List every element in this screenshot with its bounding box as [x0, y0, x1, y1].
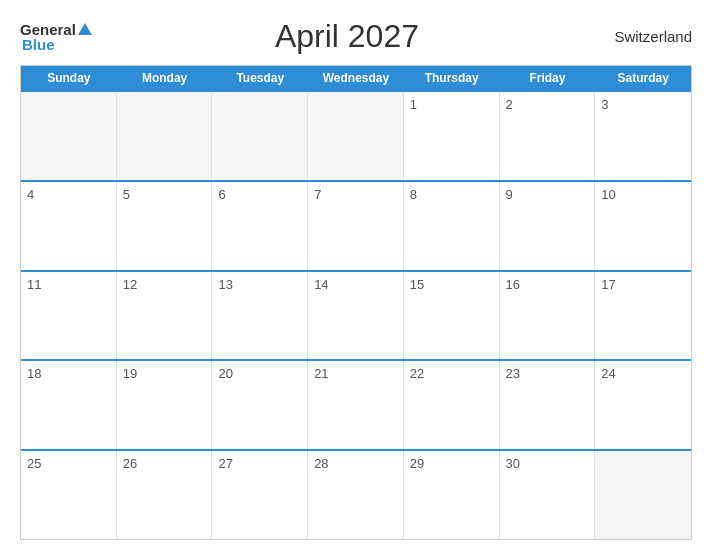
logo-general-text: General — [20, 22, 76, 37]
cal-cell: 5 — [117, 182, 213, 270]
day-number: 6 — [218, 187, 225, 202]
cal-cell: 4 — [21, 182, 117, 270]
week-1: 123 — [21, 90, 691, 180]
cal-cell — [308, 92, 404, 180]
logo: General Blue — [20, 22, 92, 52]
cal-cell: 14 — [308, 272, 404, 360]
day-number: 12 — [123, 277, 137, 292]
cal-cell — [212, 92, 308, 180]
day-number: 16 — [506, 277, 520, 292]
day-number: 3 — [601, 97, 608, 112]
day-number: 11 — [27, 277, 41, 292]
calendar-header: Sunday Monday Tuesday Wednesday Thursday… — [21, 66, 691, 90]
header-thursday: Thursday — [404, 66, 500, 90]
cal-cell: 27 — [212, 451, 308, 539]
country-label: Switzerland — [602, 28, 692, 45]
cal-cell: 8 — [404, 182, 500, 270]
day-number: 22 — [410, 366, 424, 381]
header-friday: Friday — [500, 66, 596, 90]
cal-cell: 18 — [21, 361, 117, 449]
day-number: 8 — [410, 187, 417, 202]
calendar: Sunday Monday Tuesday Wednesday Thursday… — [20, 65, 692, 540]
day-number: 29 — [410, 456, 424, 471]
cal-cell — [595, 451, 691, 539]
cal-cell: 21 — [308, 361, 404, 449]
day-number: 5 — [123, 187, 130, 202]
page: General Blue April 2027 Switzerland Sund… — [0, 0, 712, 550]
cal-cell: 10 — [595, 182, 691, 270]
week-4: 18192021222324 — [21, 359, 691, 449]
day-number: 21 — [314, 366, 328, 381]
header-tuesday: Tuesday — [212, 66, 308, 90]
header-saturday: Saturday — [595, 66, 691, 90]
week-3: 11121314151617 — [21, 270, 691, 360]
day-number: 30 — [506, 456, 520, 471]
cal-cell: 23 — [500, 361, 596, 449]
cal-cell — [117, 92, 213, 180]
calendar-body: 1234567891011121314151617181920212223242… — [21, 90, 691, 539]
day-number: 13 — [218, 277, 232, 292]
cal-cell: 13 — [212, 272, 308, 360]
cal-cell: 7 — [308, 182, 404, 270]
cal-cell: 16 — [500, 272, 596, 360]
header-sunday: Sunday — [21, 66, 117, 90]
day-number: 26 — [123, 456, 137, 471]
day-number: 17 — [601, 277, 615, 292]
day-number: 14 — [314, 277, 328, 292]
cal-cell: 30 — [500, 451, 596, 539]
day-number: 2 — [506, 97, 513, 112]
cal-cell: 24 — [595, 361, 691, 449]
cal-cell: 15 — [404, 272, 500, 360]
day-number: 20 — [218, 366, 232, 381]
week-2: 45678910 — [21, 180, 691, 270]
calendar-title: April 2027 — [92, 18, 602, 55]
cal-cell: 29 — [404, 451, 500, 539]
day-number: 18 — [27, 366, 41, 381]
cal-cell: 11 — [21, 272, 117, 360]
cal-cell: 22 — [404, 361, 500, 449]
cal-cell — [21, 92, 117, 180]
day-number: 28 — [314, 456, 328, 471]
day-number: 25 — [27, 456, 41, 471]
day-number: 10 — [601, 187, 615, 202]
day-number: 15 — [410, 277, 424, 292]
day-number: 1 — [410, 97, 417, 112]
cal-cell: 12 — [117, 272, 213, 360]
day-number: 24 — [601, 366, 615, 381]
day-number: 7 — [314, 187, 321, 202]
cal-cell: 2 — [500, 92, 596, 180]
week-5: 252627282930 — [21, 449, 691, 539]
cal-cell: 3 — [595, 92, 691, 180]
day-number: 23 — [506, 366, 520, 381]
cal-cell: 28 — [308, 451, 404, 539]
cal-cell: 1 — [404, 92, 500, 180]
cal-cell: 19 — [117, 361, 213, 449]
day-number: 19 — [123, 366, 137, 381]
header-monday: Monday — [117, 66, 213, 90]
cal-cell: 6 — [212, 182, 308, 270]
cal-cell: 25 — [21, 451, 117, 539]
cal-cell: 26 — [117, 451, 213, 539]
day-number: 9 — [506, 187, 513, 202]
logo-triangle-icon — [78, 23, 92, 35]
day-number: 4 — [27, 187, 34, 202]
cal-cell: 9 — [500, 182, 596, 270]
cal-cell: 20 — [212, 361, 308, 449]
cal-cell: 17 — [595, 272, 691, 360]
day-number: 27 — [218, 456, 232, 471]
logo-blue-text: Blue — [22, 37, 92, 52]
header: General Blue April 2027 Switzerland — [20, 18, 692, 55]
header-wednesday: Wednesday — [308, 66, 404, 90]
